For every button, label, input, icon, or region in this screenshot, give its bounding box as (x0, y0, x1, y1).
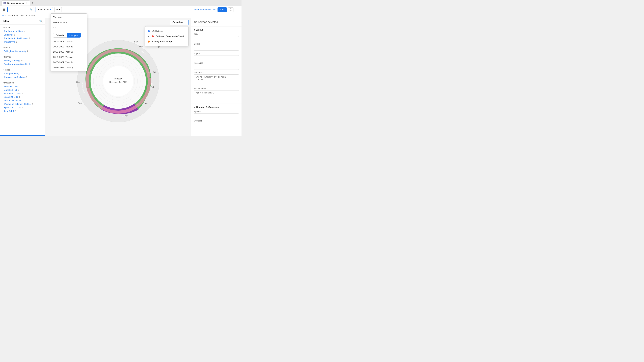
topics-field-input[interactable] (194, 55, 239, 60)
about-section-toggle[interactable]: ▾ About (194, 28, 239, 31)
dropdown-tabs: Calendar Liturgical (50, 32, 87, 39)
service-chevron-icon: ▾ (3, 56, 4, 58)
venue-chevron-icon: ▾ (3, 46, 4, 48)
year-label: 2019–2020 (38, 8, 48, 11)
fairhaven-dot (152, 35, 154, 37)
info-button[interactable]: ⓘ (228, 7, 234, 12)
passages-label: Passages (4, 81, 14, 84)
speaker-occasion-chevron-icon: ▾ (194, 106, 195, 108)
tab-title: Sermon Manager (7, 2, 24, 4)
calendars-button[interactable]: Calendars ▼ (170, 19, 188, 25)
private-notes-field-label: Private Notes (194, 87, 239, 90)
filter-item-bellingham[interactable]: Bellingham Community 4 (0, 49, 45, 53)
tab-bar: 🏛 Sermon Manager ✕ + (0, 0, 242, 6)
filter-search-icon[interactable]: 🔍 (39, 19, 42, 23)
speaker-occasion-toggle[interactable]: ▾ Speaker & Occasion (194, 106, 239, 108)
description-field-label: Description (194, 71, 239, 74)
liturgical-tab[interactable]: Liturgical (67, 33, 81, 37)
more-options-button[interactable]: ⋮ (235, 8, 240, 12)
venue-label: Venue (4, 46, 10, 49)
main-layout: Filter 🔍 ▾ Series The Gospel of Mark 9 C… (0, 18, 242, 136)
filter-section-venue-toggle[interactable]: ▾ Venue (0, 45, 45, 49)
filter-item-sirach[interactable]: Sirach 24:1–12 1 (0, 95, 45, 99)
hamburger-menu-button[interactable]: ☰ (2, 7, 6, 12)
title-field-label: Title (194, 33, 239, 35)
sharing-dot (148, 40, 150, 42)
description-field-textarea[interactable] (194, 74, 239, 85)
filter-item-thankgiving[interactable]: Thankgiving 1 (0, 40, 45, 43)
search-input[interactable] (9, 8, 29, 11)
year-2017-2018[interactable]: 2017–2018 (Year B) (50, 44, 87, 49)
toolbar-right: 1 Blank Sermon No Date Add ⓘ ⋮ (191, 7, 240, 12)
filter-item-sunday-morning[interactable]: Sunday Morning 10 (0, 59, 45, 62)
cal-item-fairhaven[interactable]: ✓ Fairhaven Community Church (145, 34, 188, 39)
filter-item-psalm[interactable]: Psalm 147:12–20 1 (0, 99, 45, 102)
blank-sermon-link[interactable]: Blank Sermon No Date (194, 8, 216, 11)
new-tab-button[interactable]: + (30, 1, 34, 5)
next-6-months-option[interactable]: Next 6 Months (50, 20, 87, 25)
filter-section-passages: ▾ Passages Romans 1:1–7 1 Mark 11:1–11 1… (0, 80, 45, 114)
topics-field-label: Topics (194, 52, 239, 55)
target-dropdown-arrow: ▼ (58, 9, 60, 10)
passages-chevron-icon: ▾ (3, 82, 4, 84)
passages-field-input[interactable] (194, 65, 239, 70)
year-2021-2022[interactable]: 2021–2022 (Year C) (50, 65, 87, 70)
filter-section-passages-toggle[interactable]: ▾ Passages (0, 81, 45, 85)
filter-item-letter-romans[interactable]: The Letter to the Romans 1 (0, 36, 45, 40)
filter-section-topics-toggle[interactable]: ▾ Topics (0, 68, 45, 72)
filter-item-sunday-morning-worship[interactable]: Sunday Morning Worship 1 (0, 62, 45, 66)
series-field-input[interactable] (194, 46, 239, 51)
tab-icon: 🏛 (4, 2, 6, 4)
calendar-tab[interactable]: Calendar (53, 33, 67, 37)
series-chevron-icon: ▾ (3, 27, 4, 28)
filter-item-john[interactable]: John 1:1–9 1 (0, 109, 45, 113)
blank-sermon-count: 1 (191, 8, 192, 11)
filter-item-gospel-mark[interactable]: The Gospel of Mark 9 (0, 29, 45, 33)
speaker-field-input[interactable] (194, 113, 239, 118)
filter-section-service: ▾ Service Sunday Morning 10 Sunday Morni… (0, 54, 45, 67)
filter-title: Filter (3, 20, 9, 23)
fairhaven-check-icon: ✓ (148, 35, 150, 37)
filter-item-wisdom[interactable]: Wisdom of Solomon 10:15… 1 (0, 102, 45, 106)
private-notes-field-textarea[interactable] (194, 90, 239, 101)
target-button[interactable]: ⊙ ▼ (54, 7, 62, 12)
passages-field-label: Passages (194, 62, 239, 64)
cal-item-us-holidays[interactable]: US Holidays (145, 28, 188, 34)
year-2018-2019[interactable]: 2018–2019 (Year C) (50, 49, 87, 54)
cal-item-sharing-small-group[interactable]: Sharing Small Group (145, 39, 188, 44)
us-holidays-label: US Holidays (152, 30, 164, 32)
filter-item-mark[interactable]: Mark 11:1–11 1 (0, 88, 45, 92)
filter-section-series-toggle[interactable]: ▾ Series (0, 26, 45, 29)
svg-text:Nov: Nov (139, 45, 143, 48)
series-label: Series (4, 26, 10, 29)
tab-close-button[interactable]: ✕ (26, 2, 28, 4)
add-button[interactable]: Add (218, 7, 227, 12)
service-label: Service (4, 56, 12, 58)
svg-text:Sep: Sep (76, 81, 80, 83)
year-2016-2017[interactable]: 2016–2017 (Year A) (50, 39, 87, 44)
filter-item-ephesians[interactable]: Ephesians 1:3–14 1 (0, 106, 45, 109)
breadcrumb-filter-close[interactable]: ✕ (6, 14, 8, 17)
search-box[interactable]: 🔍 (8, 7, 34, 12)
year-2020-2021[interactable]: 2020–2021 (Year B) (50, 60, 87, 65)
title-field-input[interactable] (194, 36, 239, 41)
filter-item-thanksgiving-holiday[interactable]: Thanksgiving (holiday) 1 (0, 75, 45, 79)
svg-text:Aug: Aug (78, 102, 82, 104)
search-icon: 🔍 (30, 8, 32, 11)
filter-item-triumphal-entry[interactable]: Triumphal Entry 1 (0, 72, 45, 75)
filter-sidebar: Filter 🔍 ▾ Series The Gospel of Mark 9 C… (0, 18, 45, 136)
filter-item-christmas[interactable]: Christmas 5 (0, 33, 45, 36)
all-option[interactable]: All (50, 25, 87, 30)
breadcrumb-all-link[interactable]: All (2, 14, 4, 17)
filter-item-romans[interactable]: Romans 1:1–7 1 (0, 85, 45, 88)
year-dropdown-button[interactable]: 2019–2020 ▼ (36, 7, 53, 12)
fairhaven-label: Fairhaven Community Church (156, 35, 184, 37)
filter-section-service-toggle[interactable]: ▾ Service (0, 55, 45, 59)
filter-item-jeremiah[interactable]: Jeremiah 31:7–14 1 (0, 92, 45, 95)
about-label: About (196, 28, 203, 31)
sermon-manager-tab[interactable]: 🏛 Sermon Manager ✕ (1, 0, 30, 5)
svg-text:Jan: Jan (152, 71, 156, 73)
this-year-option[interactable]: This Year (50, 18, 87, 20)
year-2019-2020[interactable]: 2019–2020 (Year A) (50, 54, 87, 60)
calendar-area: Calendars ▼ (45, 18, 191, 136)
